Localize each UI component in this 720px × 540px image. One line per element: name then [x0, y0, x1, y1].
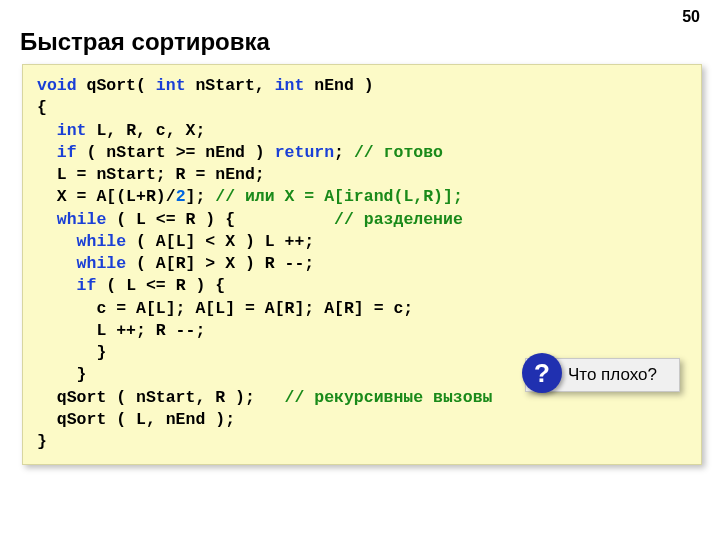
code-text: ( nStart >= nEnd ): [77, 143, 275, 162]
code-text: ( A[R] > X ) R --;: [126, 254, 314, 273]
kw-while: while: [57, 210, 107, 229]
code-text: qSort ( L, nEnd );: [37, 410, 235, 429]
question-icon: ?: [522, 353, 562, 393]
kw-while: while: [77, 254, 127, 273]
kw-int: int: [275, 76, 305, 95]
kw-return: return: [275, 143, 334, 162]
kw-if: if: [57, 143, 77, 162]
kw-int: int: [156, 76, 186, 95]
code-block: void qSort( int nStart, int nEnd ) { int…: [22, 64, 702, 465]
kw-int: int: [57, 121, 87, 140]
code-text: ;: [334, 143, 354, 162]
callout-text: Что плохо?: [568, 365, 657, 384]
code-text: }: [37, 432, 47, 451]
page-number: 50: [682, 8, 700, 26]
kw-void: void: [37, 76, 77, 95]
code-text: L = nStart; R = nEnd;: [37, 165, 265, 184]
code-text: nEnd ): [304, 76, 373, 95]
code-text: }: [37, 343, 106, 362]
code-text: c = A[L]; A[L] = A[R]; A[R] = c;: [37, 299, 413, 318]
code-comment: // разделение: [334, 210, 463, 229]
code-text: nStart,: [186, 76, 275, 95]
code-text: qSort ( nStart, R );: [37, 388, 285, 407]
kw-while: while: [77, 232, 127, 251]
code-text: ( A[L] < X ) L ++;: [126, 232, 314, 251]
code-text: ( L <= R ) {: [106, 210, 334, 229]
slide-title: Быстрая сортировка: [20, 28, 270, 56]
code-text: {: [37, 98, 47, 117]
code-comment: // готово: [354, 143, 443, 162]
code-text: qSort(: [77, 76, 156, 95]
code-comment: // или X = A[irand(L,R)];: [215, 187, 463, 206]
kw-if: if: [77, 276, 97, 295]
code-text: ];: [186, 187, 216, 206]
code-text: ( L <= R ) {: [96, 276, 225, 295]
code-comment: // рекурсивные вызовы: [285, 388, 493, 407]
callout-box: ? Что плохо?: [525, 358, 680, 392]
code-text: L ++; R --;: [37, 321, 205, 340]
code-number: 2: [176, 187, 186, 206]
code-text: X = A[(L+R)/: [37, 187, 176, 206]
code-text: L, R, c, X;: [87, 121, 206, 140]
code-text: }: [37, 365, 87, 384]
